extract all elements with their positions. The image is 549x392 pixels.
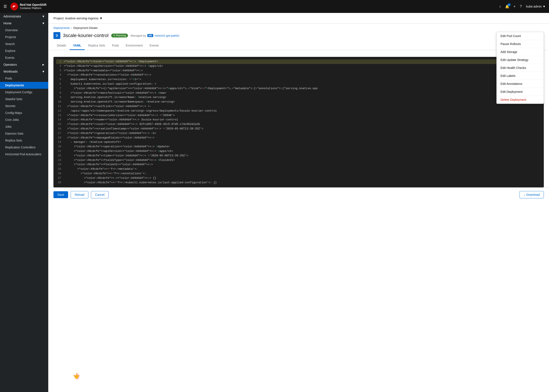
yaml-hint[interactable]: ? ? View shortcuts bbox=[48, 50, 549, 57]
line-content: >"color:#9cdcfe">>metadata>>"color:#d4d4… bbox=[64, 69, 143, 73]
admin-label: Administrator bbox=[3, 15, 21, 18]
line-number: 2 bbox=[56, 64, 61, 69]
tab-environment[interactable]: Environment bbox=[122, 42, 146, 50]
action-edit-pod-count[interactable]: Edit Pod Count bbox=[497, 32, 544, 40]
reload-button[interactable]: Reload bbox=[71, 191, 88, 198]
yaml-line-22: 22 >"color:#9cdcfe">>time>>"color:#d4d4d… bbox=[56, 154, 541, 158]
line-content: >"color:#9cdcfe">>fieldsType>>"color:#d4… bbox=[64, 158, 175, 163]
notification-badge: 1 bbox=[508, 3, 511, 6]
operators-label: Operators bbox=[3, 63, 17, 66]
yaml-line-23: 23 >"color:#9cdcfe">>fieldsType>>"color:… bbox=[56, 158, 541, 163]
action-edit-labels[interactable]: Edit Labels bbox=[497, 72, 544, 80]
action-edit-deployment[interactable]: Edit Deployment bbox=[497, 88, 544, 96]
action-edit-health-checks[interactable]: Edit Health Checks bbox=[497, 64, 544, 72]
line-content: /apis/>apps/v1>/namespaces/>knative-serv… bbox=[64, 109, 217, 113]
yaml-line-24: 24 >"color:#9cdcfe">>fieldsV1>>"color:#d… bbox=[56, 162, 541, 167]
yaml-line-27: 27 >"color:#9cdcfe">>.>>"color:#d4d4d4">… bbox=[56, 176, 541, 181]
yaml-line-18: 18 >"color:#9cdcfe">>managedFields>>"col… bbox=[56, 136, 541, 140]
action-pause-rollouts[interactable]: Pause Rollouts bbox=[497, 40, 544, 48]
line-content: serving.knative.openshift.io/ownerName: … bbox=[64, 95, 166, 100]
line-number: 14 bbox=[56, 118, 61, 122]
main-layout: Administrator ▼ Home ▼ Overview Projects… bbox=[0, 13, 549, 392]
nav-icons: ≀ 🔔 1 + ? kube:admin ▼ bbox=[500, 5, 546, 9]
cancel-button[interactable]: Cancel bbox=[91, 191, 109, 198]
bell-icon[interactable]: 🔔 1 bbox=[505, 5, 509, 9]
yaml-line-3: 3>"color:#9cdcfe">>metadata>>"color:#d4d… bbox=[56, 69, 541, 73]
user-menu[interactable]: kube:admin ▼ bbox=[526, 5, 546, 8]
sidebar-item-daemon-sets[interactable]: Daemon Sets bbox=[0, 130, 48, 137]
sidebar-item-jobs[interactable]: Jobs bbox=[0, 123, 48, 130]
line-content: >"color:#9cdcfe">>uid>>"color:#d4d4d4">>… bbox=[64, 122, 200, 127]
sidebar-item-deployment-configs[interactable]: Deployment Configs bbox=[0, 89, 48, 96]
project-name: Project: knative-serving-ingress bbox=[53, 16, 99, 20]
sidebar-item-deployments[interactable]: Deployments bbox=[0, 82, 48, 89]
sidebar-item-secrets[interactable]: Secrets bbox=[0, 103, 48, 109]
yaml-line-28: 28 >"color:#9cdcfe">>>'f>>:>kubectl.kube… bbox=[56, 181, 541, 185]
line-content: >"color:#9cdcfe">>manifestival>>"color:#… bbox=[64, 91, 166, 95]
line-number: 25 bbox=[56, 167, 61, 171]
action-edit-annotations[interactable]: Edit Annotations bbox=[497, 80, 544, 88]
tab-yaml[interactable]: YAML bbox=[70, 42, 85, 50]
breadcrumb: Deployments › Deployment Details bbox=[48, 24, 549, 29]
yaml-line-19: 19 - manager: >knative-openshift> bbox=[56, 140, 541, 145]
managed-link[interactable]: metric01-get-path01 bbox=[155, 34, 179, 37]
home-label: Home bbox=[3, 21, 11, 25]
save-button[interactable]: Save bbox=[53, 191, 68, 198]
line-content: >"color:#9cdcfe">>fieldsV1>>"color:#d4d4… bbox=[64, 162, 153, 167]
tab-replica-sets[interactable]: Replica Sets bbox=[85, 42, 109, 50]
yaml-line-6: 6 kubectl.kubernetes.io/last-applied-con… bbox=[56, 82, 541, 86]
sidebar-item-pods[interactable]: Pods bbox=[0, 75, 48, 82]
sidebar-item-projects[interactable]: Projects bbox=[0, 34, 48, 41]
sidebar: Administrator ▼ Home ▼ Overview Projects… bbox=[0, 13, 48, 392]
brand: Red Hat OpenShiftContainer Platform bbox=[10, 3, 47, 10]
yaml-line-2: 2>"color:#9cdcfe">>apiVersion>>"color:#d… bbox=[56, 64, 541, 69]
breadcrumb-parent[interactable]: Deployments bbox=[53, 26, 70, 29]
deployment-type-icon: D bbox=[53, 32, 60, 39]
actions-dropdown-menu: Edit Pod Count Pause Rollouts Add Storag… bbox=[496, 32, 544, 104]
sidebar-item-search[interactable]: Search bbox=[0, 41, 48, 47]
line-number: 17 bbox=[56, 131, 61, 136]
line-number: 5 bbox=[56, 77, 61, 82]
sidebar-item-cron-jobs[interactable]: Cron Jobs bbox=[0, 116, 48, 123]
sidebar-item-explore[interactable]: Explore bbox=[0, 47, 48, 54]
action-delete-deployment[interactable]: Delete Deployment bbox=[497, 96, 544, 104]
help-icon[interactable]: ? bbox=[520, 5, 522, 8]
sidebar-item-overview[interactable]: Overview bbox=[0, 27, 48, 34]
line-number: 6 bbox=[56, 82, 61, 86]
sidebar-item-workloads[interactable]: Workloads ▼ bbox=[0, 68, 48, 75]
tab-events[interactable]: Events bbox=[146, 42, 162, 50]
tab-pods[interactable]: Pods bbox=[109, 42, 122, 50]
sidebar-item-hpa[interactable]: Horizontal Pod Autoscalers bbox=[0, 151, 48, 158]
yaml-line-9: 9 serving.knative.openshift.io/ownerName… bbox=[56, 95, 541, 100]
tab-details[interactable]: Details bbox=[53, 42, 70, 50]
sidebar-item-home[interactable]: Home ▼ bbox=[0, 20, 48, 27]
project-selector[interactable]: Project: knative-serving-ingress ▼ bbox=[53, 16, 103, 20]
yaml-line-17: 17 >"color:#9cdcfe">>generation>>"color:… bbox=[56, 131, 541, 136]
hamburger-menu[interactable]: ☰ bbox=[3, 4, 7, 9]
action-add-storage[interactable]: Add Storage bbox=[497, 48, 544, 56]
yaml-editor[interactable]: 1>"color:#9cdcfe">>kind>>"color:#d4d4d4"… bbox=[53, 57, 544, 187]
brand-text: Red Hat OpenShiftContainer Platform bbox=[20, 3, 47, 10]
line-content: serving.knative.openshift.io/ownerNamesp… bbox=[64, 100, 175, 104]
sync-icon: ↻ bbox=[113, 34, 115, 37]
sidebar-item-stateful-sets[interactable]: Stateful Sets bbox=[0, 96, 48, 103]
line-number: 3 bbox=[56, 69, 61, 73]
grid-icon[interactable]: ≀ bbox=[500, 5, 501, 9]
download-button[interactable]: ↓ Download bbox=[520, 191, 544, 198]
line-content: >"color:#9cdcfe">>>'f>>:>kubectl.kuberne… bbox=[64, 181, 217, 185]
admin-section[interactable]: Administrator ▼ bbox=[0, 13, 48, 20]
sidebar-item-config-maps[interactable]: Config Maps bbox=[0, 109, 48, 116]
sidebar-item-events[interactable]: Events bbox=[0, 54, 48, 61]
line-content: >"color:#9cdcfe">>selfLink>>"color:#d4d4… bbox=[64, 104, 151, 109]
plus-icon[interactable]: + bbox=[514, 5, 516, 8]
managed-by-label: Managed by bbox=[131, 34, 146, 37]
action-edit-update-strategy[interactable]: Edit Update Strategy bbox=[497, 56, 544, 64]
sidebar-item-replication-controllers[interactable]: Replication Controllers bbox=[0, 144, 48, 151]
line-content: >"color:#9cdcfe">>>'f>>:>metadata'>: bbox=[64, 167, 138, 171]
project-chevron: ▼ bbox=[99, 16, 103, 20]
sidebar-item-operators[interactable]: Operators ► bbox=[0, 61, 48, 68]
tabs-bar: Details YAML Replica Sets Pods Environme… bbox=[48, 42, 549, 50]
sidebar-item-replica-sets[interactable]: Replica Sets bbox=[0, 137, 48, 144]
line-number: 24 bbox=[56, 162, 61, 167]
line-content: - manager: >knative-openshift> bbox=[64, 140, 121, 145]
